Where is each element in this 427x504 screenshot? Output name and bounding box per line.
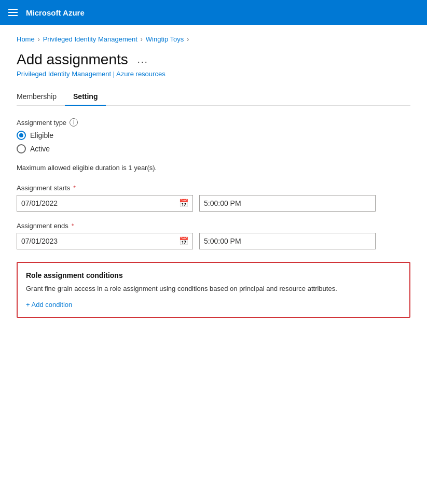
tab-membership[interactable]: Membership xyxy=(17,88,65,106)
conditions-desc: Grant fine grain access in a role assign… xyxy=(26,284,401,294)
starts-required-star: * xyxy=(73,185,76,192)
tab-setting[interactable]: Setting xyxy=(65,88,106,106)
radio-active[interactable]: Active xyxy=(17,144,410,153)
radio-eligible-label: Eligible xyxy=(30,131,53,139)
breadcrumb: Home › Privileged Identity Management › … xyxy=(17,35,410,43)
tabs-container: Membership Setting xyxy=(17,88,410,106)
radio-eligible[interactable]: Eligible xyxy=(17,131,410,140)
ends-time-input[interactable] xyxy=(199,233,376,249)
page-title: Add assignments xyxy=(17,51,128,68)
radio-active-label: Active xyxy=(30,145,50,153)
starts-date-input[interactable] xyxy=(17,195,193,212)
radio-eligible-input[interactable] xyxy=(17,131,26,140)
ends-date-wrapper: 📅 xyxy=(17,233,193,249)
conditions-box: Role assignment conditions Grant fine gr… xyxy=(17,262,410,318)
breadcrumb-sep-1: › xyxy=(38,36,40,43)
app-title: Microsoft Azure xyxy=(26,8,85,17)
top-bar: Microsoft Azure xyxy=(0,0,427,25)
assignment-type-label: Assignment type i xyxy=(17,118,410,127)
assignment-starts-label: Assignment starts * xyxy=(17,184,410,192)
breadcrumb-pim[interactable]: Privileged Identity Management xyxy=(43,35,137,43)
assignment-ends-row: 📅 xyxy=(17,233,410,249)
assignment-ends-section: Assignment ends * 📅 xyxy=(17,222,410,249)
starts-time-input[interactable] xyxy=(199,195,376,212)
info-icon[interactable]: i xyxy=(70,118,78,127)
starts-calendar-icon[interactable]: 📅 xyxy=(179,199,189,208)
breadcrumb-sep-3: › xyxy=(187,36,189,43)
ends-required-star: * xyxy=(72,222,74,230)
ends-calendar-icon[interactable]: 📅 xyxy=(179,236,189,246)
content-area: Home › Privileged Identity Management › … xyxy=(0,25,427,504)
page-subtitle: Privileged Identity Management | Azure r… xyxy=(17,70,410,78)
radio-group: Eligible Active xyxy=(17,131,410,153)
assignment-starts-section: Assignment starts * 📅 xyxy=(17,184,410,212)
assignment-starts-row: 📅 xyxy=(17,195,410,212)
assignment-type-section: Assignment type i Eligible Active xyxy=(17,118,410,153)
radio-active-input[interactable] xyxy=(17,144,26,153)
ellipsis-button[interactable]: ... xyxy=(134,53,151,66)
starts-date-wrapper: 📅 xyxy=(17,195,193,212)
breadcrumb-home[interactable]: Home xyxy=(17,35,35,43)
conditions-title: Role assignment conditions xyxy=(26,271,401,279)
ends-date-input[interactable] xyxy=(17,233,193,249)
max-duration-text: Maximum allowed eligible duration is 1 y… xyxy=(17,164,410,172)
assignment-ends-label: Assignment ends * xyxy=(17,222,410,230)
menu-icon[interactable] xyxy=(8,9,18,16)
breadcrumb-sep-2: › xyxy=(141,36,143,43)
page-header: Add assignments ... xyxy=(17,51,410,68)
breadcrumb-wingtip[interactable]: Wingtip Toys xyxy=(146,35,184,43)
add-condition-link[interactable]: + Add condition xyxy=(26,301,72,309)
